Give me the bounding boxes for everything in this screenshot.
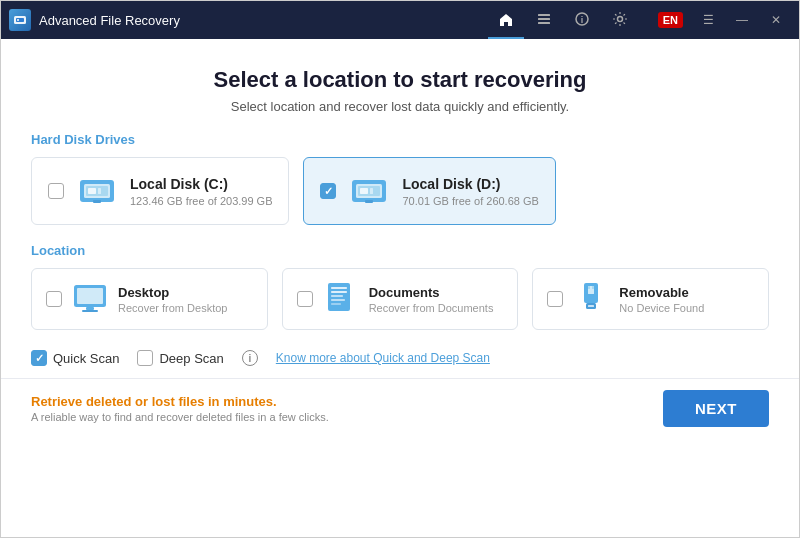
menu-button[interactable]: ☰ — [693, 9, 723, 31]
minimize-button[interactable]: — — [727, 9, 757, 31]
removable-checkbox[interactable] — [547, 291, 563, 307]
desktop-desc: Recover from Desktop — [118, 302, 227, 314]
location-card-documents[interactable]: DOC Documents Recover from Documents — [282, 268, 519, 330]
desktop-checkbox[interactable] — [46, 291, 62, 307]
drive-c-checkbox[interactable] — [48, 183, 64, 199]
drive-c-info: Local Disk (C:) 123.46 GB free of 203.99… — [130, 176, 272, 207]
location-card-desktop[interactable]: Desktop Recover from Desktop — [31, 268, 268, 330]
scan-info-icon[interactable]: i — [242, 350, 258, 366]
app-title: Advanced File Recovery — [39, 13, 468, 28]
svg-rect-29 — [331, 299, 345, 301]
svg-rect-26 — [331, 287, 347, 289]
drive-c-icon — [76, 170, 118, 212]
drive-card-c[interactable]: Local Disk (C:) 123.46 GB free of 203.99… — [31, 157, 289, 225]
scan-options: Quick Scan Deep Scan i Know more about Q… — [31, 346, 769, 370]
svg-rect-34 — [588, 286, 590, 289]
hdd-section-label: Hard Disk Drives — [31, 132, 769, 147]
deep-scan-checkbox[interactable] — [137, 350, 153, 366]
removable-icon — [573, 281, 609, 317]
documents-checkbox[interactable] — [297, 291, 313, 307]
scan-info-link[interactable]: Know more about Quick and Deep Scan — [276, 351, 490, 365]
svg-rect-20 — [365, 200, 373, 203]
footer-primary: Retrieve deleted or lost files in minute… — [31, 394, 329, 409]
removable-info: Removable No Device Found — [619, 285, 704, 314]
drive-c-space: 123.46 GB free of 203.99 GB — [130, 195, 272, 207]
svg-rect-13 — [98, 188, 101, 194]
quick-scan-option[interactable]: Quick Scan — [31, 350, 119, 366]
svg-rect-22 — [77, 288, 103, 304]
page-subtitle: Select location and recover lost data qu… — [31, 99, 769, 114]
main-content: Select a location to start recovering Se… — [1, 39, 799, 538]
removable-name: Removable — [619, 285, 704, 300]
svg-point-8 — [617, 17, 622, 22]
drive-card-d[interactable]: Local Disk (D:) 70.01 GB free of 260.68 … — [303, 157, 555, 225]
next-button[interactable]: NEXT — [663, 390, 769, 427]
svg-text:DOC: DOC — [328, 310, 346, 317]
desktop-icon — [72, 281, 108, 317]
documents-icon: DOC — [323, 281, 359, 317]
quick-scan-label: Quick Scan — [53, 351, 119, 366]
nav-home[interactable] — [488, 1, 524, 39]
documents-desc: Recover from Documents — [369, 302, 494, 314]
titlebar-controls: EN ☰ — ✕ — [658, 9, 791, 31]
svg-rect-5 — [538, 22, 550, 24]
svg-rect-14 — [93, 200, 101, 203]
titlebar-nav: i — [488, 1, 638, 39]
nav-list[interactable] — [526, 1, 562, 39]
desktop-info: Desktop Recover from Desktop — [118, 285, 227, 314]
drive-c-name: Local Disk (C:) — [130, 176, 272, 192]
svg-rect-24 — [82, 310, 98, 312]
svg-rect-12 — [88, 188, 96, 194]
hdd-section: Hard Disk Drives Local Disk (C:) — [31, 132, 769, 225]
documents-name: Documents — [369, 285, 494, 300]
svg-rect-28 — [331, 295, 343, 297]
deep-scan-label: Deep Scan — [159, 351, 223, 366]
removable-desc: No Device Found — [619, 302, 704, 314]
svg-rect-19 — [370, 188, 373, 194]
svg-rect-4 — [538, 18, 550, 20]
nav-settings[interactable] — [602, 1, 638, 39]
location-cards: Desktop Recover from Desktop DOC — [31, 268, 769, 330]
svg-point-2 — [17, 19, 19, 21]
titlebar: Advanced File Recovery i — [1, 1, 799, 39]
svg-rect-18 — [360, 188, 368, 194]
drive-d-info: Local Disk (D:) 70.01 GB free of 260.68 … — [402, 176, 538, 207]
drive-d-space: 70.01 GB free of 260.68 GB — [402, 195, 538, 207]
footer-message: Retrieve deleted or lost files in minute… — [31, 394, 329, 423]
svg-rect-37 — [588, 305, 594, 307]
footer: Retrieve deleted or lost files in minute… — [1, 378, 799, 438]
app-logo — [9, 9, 31, 31]
svg-rect-23 — [86, 307, 94, 310]
page-title: Select a location to start recovering — [31, 67, 769, 93]
desktop-name: Desktop — [118, 285, 227, 300]
close-button[interactable]: ✕ — [761, 9, 791, 31]
location-section-label: Location — [31, 243, 769, 258]
language-flag[interactable]: EN — [658, 12, 683, 28]
documents-info: Documents Recover from Documents — [369, 285, 494, 314]
nav-info[interactable]: i — [564, 1, 600, 39]
svg-text:i: i — [580, 15, 583, 25]
quick-scan-checkbox[interactable] — [31, 350, 47, 366]
location-card-removable[interactable]: Removable No Device Found — [532, 268, 769, 330]
location-section: Location Desktop Recover from Desktop — [31, 243, 769, 330]
deep-scan-option[interactable]: Deep Scan — [137, 350, 223, 366]
svg-rect-27 — [331, 291, 347, 293]
drive-d-checkbox[interactable] — [320, 183, 336, 199]
hdd-cards: Local Disk (C:) 123.46 GB free of 203.99… — [31, 157, 769, 225]
svg-rect-30 — [331, 303, 341, 305]
page-header: Select a location to start recovering Se… — [31, 39, 769, 132]
svg-rect-35 — [592, 286, 594, 289]
drive-d-icon — [348, 170, 390, 212]
svg-rect-3 — [538, 14, 550, 16]
footer-secondary: A reliable way to find and recover delet… — [31, 411, 329, 423]
drive-d-name: Local Disk (D:) — [402, 176, 538, 192]
